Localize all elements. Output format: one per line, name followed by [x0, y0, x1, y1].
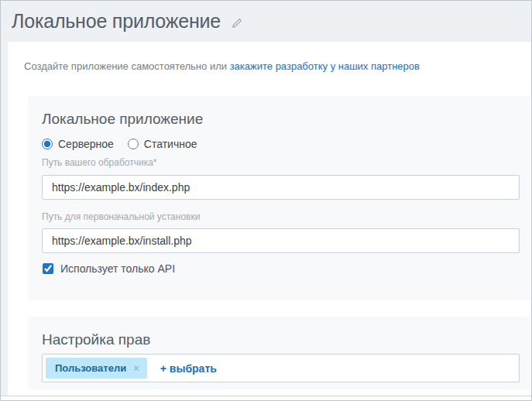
static-radio[interactable]	[128, 139, 139, 149]
server-radio-label: Серверное	[58, 138, 114, 150]
server-radio[interactable]	[42, 139, 53, 149]
permissions-add-link[interactable]: + выбрать	[160, 362, 217, 375]
handler-path-input[interactable]	[42, 175, 520, 200]
radio-option-static[interactable]: Статичное	[128, 138, 197, 150]
install-path-label: Путь для первоначальной установки	[42, 211, 200, 222]
permissions-heading: Настройка прав	[42, 331, 150, 348]
slider-left-gutter	[1, 42, 8, 396]
api-only-checkbox-row[interactable]: Использует только API	[43, 262, 175, 275]
bottom-divider	[1, 396, 531, 396]
tag-remove-icon[interactable]: ×	[133, 362, 139, 374]
permissions-selector-field[interactable]: Пользователи × + выбрать	[42, 354, 520, 382]
local-application-card: Локальное приложение Серверное Статичное…	[28, 96, 530, 300]
static-radio-label: Статичное	[144, 138, 197, 150]
page-title: Локальное приложение	[12, 10, 221, 33]
partners-development-link[interactable]: закажите разработку у наших партнеров	[230, 60, 420, 72]
handler-path-label: Путь вашего обработчика*	[42, 157, 157, 168]
api-only-label: Использует только API	[60, 262, 175, 275]
install-path-input[interactable]	[42, 228, 520, 253]
permissions-tag-users: Пользователи ×	[46, 358, 147, 379]
page-header: Локальное приложение	[1, 1, 531, 42]
intro-text-line: Создайте приложение самостоятельно или з…	[24, 60, 420, 72]
app-settings-panel: Локальное приложение Создайте приложение…	[0, 0, 532, 401]
local-application-heading: Локальное приложение	[42, 111, 203, 128]
intro-text: Создайте приложение самостоятельно или	[24, 60, 230, 72]
edit-title-pencil-icon[interactable]	[232, 18, 242, 29]
radio-option-server[interactable]: Серверное	[42, 138, 114, 150]
app-type-radio-group: Серверное Статичное	[42, 138, 197, 150]
api-only-checkbox[interactable]	[43, 263, 53, 274]
permissions-tag-label: Пользователи	[55, 362, 126, 374]
permissions-card: Настройка прав Пользователи × + выбрать	[28, 317, 530, 389]
